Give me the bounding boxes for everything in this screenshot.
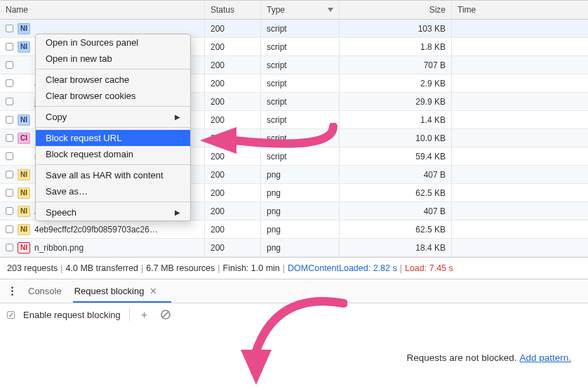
- separator-icon: [36, 106, 190, 107]
- cell-status: 200: [205, 20, 261, 37]
- ctx-block-url[interactable]: Block request URL: [36, 130, 190, 146]
- row-checkbox[interactable]: [6, 171, 13, 178]
- table-row[interactable]: NIn_ribbon.png 200 png 18.4 KB: [0, 239, 588, 257]
- col-size-header[interactable]: Size: [340, 1, 452, 19]
- col-time-header[interactable]: Time: [452, 5, 588, 15]
- file-type-badge: NI: [18, 23, 30, 34]
- cell-size: 2.9 KB: [340, 74, 452, 92]
- status-requests: 203 requests: [7, 263, 58, 273]
- cell-status: 200: [205, 202, 261, 220]
- cell-type: script: [261, 38, 340, 55]
- file-type-badge: NI: [18, 242, 30, 253]
- cell-type: script: [261, 147, 340, 165]
- cell-type: png: [261, 239, 340, 256]
- file-name: n_ribbon.png: [34, 243, 83, 253]
- chevron-right-icon: ▶: [175, 113, 180, 121]
- cell-status: 200: [205, 220, 261, 238]
- cell-type: png: [261, 202, 340, 220]
- add-pattern-link[interactable]: Add pattern.: [519, 352, 571, 363]
- cell-size: 103 KB: [340, 20, 452, 37]
- ctx-save-as[interactable]: Save as…: [36, 183, 190, 199]
- col-status-header[interactable]: Status: [205, 1, 261, 19]
- file-type-badge: NI: [18, 169, 30, 180]
- row-checkbox[interactable]: [6, 207, 13, 215]
- cell-type: script: [261, 56, 340, 74]
- ctx-copy[interactable]: Copy ▶: [36, 109, 190, 125]
- row-checkbox[interactable]: [6, 79, 13, 87]
- cell-status: 200: [205, 147, 261, 165]
- cell-size: 407 B: [340, 166, 452, 183]
- row-checkbox[interactable]: [6, 244, 13, 251]
- row-checkbox[interactable]: [6, 225, 13, 233]
- row-checkbox[interactable]: [6, 25, 13, 32]
- cell-size: 62.5 KB: [340, 184, 452, 202]
- sort-desc-icon: [328, 8, 333, 12]
- row-checkbox[interactable]: [6, 98, 13, 105]
- separator-icon: [129, 308, 130, 321]
- status-resources: 6.7 MB resources: [146, 263, 215, 273]
- ctx-clear-cookies[interactable]: Clear browser cookies: [36, 88, 190, 104]
- tab-console[interactable]: Console: [27, 280, 63, 302]
- col-type-label: Type: [267, 5, 285, 15]
- cell-type: script: [261, 93, 340, 110]
- row-checkbox[interactable]: [6, 134, 13, 142]
- cell-type: png: [261, 220, 340, 238]
- row-checkbox[interactable]: [6, 189, 13, 197]
- ctx-copy-label: Copy: [46, 112, 67, 122]
- row-checkbox[interactable]: [6, 61, 13, 69]
- row-checkbox[interactable]: [6, 43, 13, 51]
- network-status-bar: 203 requests| 4.0 MB transferred| 6.7 MB…: [0, 258, 588, 279]
- status-dcl: DOMContentLoaded: 2.82 s: [288, 263, 397, 273]
- cell-type: script: [261, 74, 340, 92]
- cell-status: 200: [205, 74, 261, 92]
- separator-icon: [36, 164, 190, 165]
- file-type-badge: NI: [18, 41, 30, 53]
- ctx-speech[interactable]: Speech ▶: [36, 204, 190, 220]
- status-load: Load: 7.45 s: [405, 263, 453, 273]
- ctx-speech-label: Speech: [46, 207, 76, 218]
- row-checkbox[interactable]: [6, 152, 13, 160]
- table-row[interactable]: NI4eb9ecffcf2c09fb0859703ac26… 200 png 6…: [0, 220, 588, 239]
- ctx-open-new-tab[interactable]: Open in new tab: [36, 51, 190, 67]
- close-icon[interactable]: ✕: [149, 286, 157, 296]
- enable-blocking-checkbox[interactable]: [7, 311, 15, 319]
- row-checkbox[interactable]: [6, 116, 13, 124]
- col-name-header[interactable]: Name: [0, 1, 205, 19]
- table-header: Name Status Type Size Time: [0, 0, 588, 20]
- empty-state-text: Requests are not blocked.: [407, 352, 517, 363]
- cell-size: 407 B: [340, 202, 452, 220]
- file-type-badge: CI: [18, 133, 30, 144]
- file-type-badge: NI: [18, 206, 30, 217]
- cell-size: 1.8 KB: [340, 38, 452, 55]
- ctx-block-domain[interactable]: Block request domain: [36, 146, 190, 162]
- ctx-clear-cache[interactable]: Clear browser cache: [36, 72, 190, 88]
- cell-type: png: [261, 166, 340, 183]
- status-finish: Finish: 1.0 min: [223, 263, 280, 273]
- file-name: 4eb9ecffcf2c09fb0859703ac26…: [34, 225, 158, 235]
- cell-size: 59.4 KB: [340, 147, 452, 165]
- ctx-save-har[interactable]: Save all as HAR with content: [36, 167, 190, 183]
- cell-size: 18.4 KB: [340, 239, 452, 256]
- cell-status: 200: [205, 166, 261, 183]
- request-blocking-toolbar: Enable request blocking ＋: [0, 303, 588, 326]
- drawer-tabbar: Console Request blocking ✕: [0, 279, 588, 303]
- cell-status: 200: [205, 184, 261, 202]
- col-type-header[interactable]: Type: [261, 1, 340, 19]
- cell-status: 200: [205, 56, 261, 74]
- cell-type: script: [261, 129, 340, 147]
- context-menu: Open in Sources panel Open in new tab Cl…: [35, 34, 191, 221]
- more-menu-icon[interactable]: [7, 286, 17, 296]
- add-pattern-icon[interactable]: ＋: [138, 308, 151, 321]
- cell-size: 29.9 KB: [340, 93, 452, 110]
- chevron-right-icon: ▶: [175, 209, 180, 216]
- file-type-badge: NI: [18, 187, 30, 199]
- ctx-open-sources[interactable]: Open in Sources panel: [36, 34, 190, 51]
- tab-request-blocking-label: Request blocking: [74, 286, 145, 296]
- cell-size: 10.0 KB: [340, 129, 452, 147]
- enable-blocking-label: Enable request blocking: [23, 310, 121, 320]
- cell-size: 1.4 KB: [340, 111, 452, 128]
- tab-request-blocking[interactable]: Request blocking ✕: [73, 280, 159, 302]
- file-type-badge: NI: [18, 224, 30, 235]
- clear-patterns-icon[interactable]: [159, 308, 172, 321]
- cell-status: 200: [205, 129, 261, 147]
